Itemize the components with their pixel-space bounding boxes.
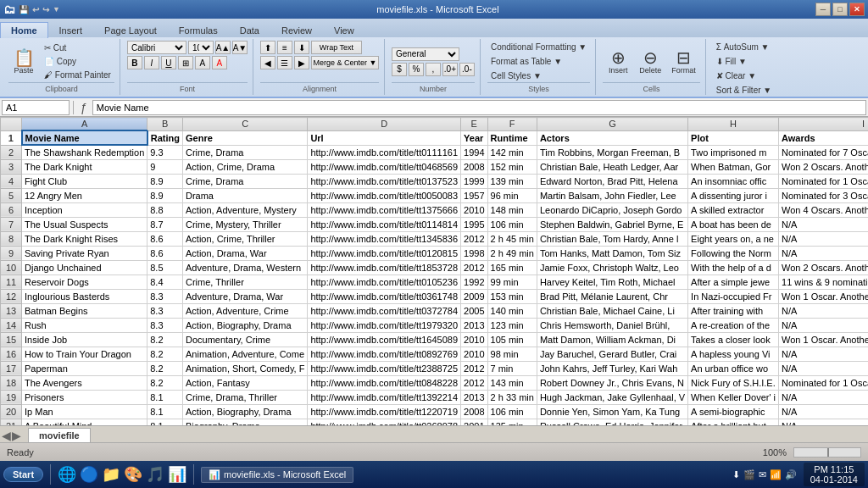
cell-F6[interactable]: 148 min <box>487 202 537 217</box>
col-header-c[interactable]: C <box>182 118 307 131</box>
cell-G19[interactable]: Hugh Jackman, Jake Gyllenhaal, V <box>537 390 687 404</box>
tab-review[interactable]: Review <box>270 22 323 38</box>
cell-F13[interactable]: 140 min <box>487 303 537 318</box>
bold-button[interactable]: B <box>127 56 142 69</box>
cell-D12[interactable]: http://www.imdb.com/title/tt0361748 <box>308 289 461 303</box>
cell-C11[interactable]: Crime, Thriller <box>182 274 307 289</box>
cell-G14[interactable]: Chris Hemsworth, Daniel Brühl, <box>537 318 687 332</box>
row-header-16[interactable]: 16 <box>1 347 22 361</box>
cell-B5[interactable]: 8.9 <box>147 188 183 202</box>
cell-E1[interactable]: Year <box>461 130 487 145</box>
cell-G11[interactable]: Harvey Keitel, Tim Roth, Michael <box>537 274 687 289</box>
border-button[interactable]: ⊞ <box>178 56 193 69</box>
cell-H10[interactable]: With the help of a d <box>688 260 779 274</box>
col-header-h[interactable]: H <box>688 118 779 131</box>
row-header-2[interactable]: 2 <box>1 145 22 159</box>
clear-button[interactable]: ✘ Clear ▼ <box>713 69 760 82</box>
cell-A8[interactable]: The Dark Knight Rises <box>22 231 147 246</box>
conditional-formatting-button[interactable]: Conditional Formatting ▼ <box>487 41 590 53</box>
row-header-20[interactable]: 20 <box>1 404 22 419</box>
row-header-15[interactable]: 15 <box>1 332 22 347</box>
row-header-19[interactable]: 19 <box>1 390 22 404</box>
cell-G18[interactable]: Robert Downey Jr., Chris Evans, N <box>537 375 687 390</box>
cell-A16[interactable]: How to Train Your Dragon <box>22 347 147 361</box>
function-button[interactable]: ƒ <box>77 101 91 114</box>
cell-E5[interactable]: 1957 <box>461 188 487 202</box>
align-center-button[interactable]: ☰ <box>277 56 292 69</box>
cell-G3[interactable]: Christian Bale, Heath Ledger, Aar <box>537 159 687 174</box>
cell-I16[interactable]: N/A <box>779 347 868 361</box>
cell-I2[interactable]: Nominated for 7 Oscars. Another 15 wins … <box>779 145 868 159</box>
cell-A5[interactable]: 12 Angry Men <box>22 188 147 202</box>
cell-D19[interactable]: http://www.imdb.com/title/tt1392214 <box>308 390 461 404</box>
cell-H5[interactable]: A dissenting juror i <box>688 188 779 202</box>
align-top-button[interactable]: ⬆ <box>260 41 275 54</box>
cell-B11[interactable]: 8.4 <box>147 274 183 289</box>
percent-button[interactable]: % <box>409 63 424 76</box>
cell-H17[interactable]: An urban office wo <box>688 361 779 375</box>
col-header-f[interactable]: F <box>487 118 537 131</box>
cell-A12[interactable]: Inglourious Basterds <box>22 289 147 303</box>
row-header-14[interactable]: 14 <box>1 318 22 332</box>
cell-D1[interactable]: Url <box>308 130 461 145</box>
cell-B14[interactable]: 8.3 <box>147 318 183 332</box>
cell-D5[interactable]: http://www.imdb.com/title/tt0050083 <box>308 188 461 202</box>
cell-A18[interactable]: The Avengers <box>22 375 147 390</box>
cell-I11[interactable]: 11 wins & 9 nominations. <box>779 274 868 289</box>
cell-E14[interactable]: 2013 <box>461 318 487 332</box>
cell-E20[interactable]: 2008 <box>461 404 487 419</box>
cell-C1[interactable]: Genre <box>182 130 307 145</box>
row-header-21[interactable]: 21 <box>1 419 22 425</box>
cell-F20[interactable]: 106 min <box>487 404 537 419</box>
tab-insert[interactable]: Insert <box>48 22 94 38</box>
cell-I5[interactable]: Nominated for 3 Oscars. Another 16 wins … <box>779 188 868 202</box>
tray-downloads-icon[interactable]: ⬇ <box>732 469 740 480</box>
increase-decimal-button[interactable]: .0+ <box>442 63 458 76</box>
maximize-button[interactable]: □ <box>832 3 848 16</box>
name-box[interactable]: A1 <box>2 100 70 115</box>
cell-F3[interactable]: 152 min <box>487 159 537 174</box>
cell-G20[interactable]: Donnie Yen, Simon Yam, Ka Tung <box>537 404 687 419</box>
cell-E13[interactable]: 2005 <box>461 303 487 318</box>
quick-access-save[interactable]: 💾 <box>19 5 29 14</box>
cell-C6[interactable]: Action, Adventure, Mystery <box>182 202 307 217</box>
taskbar-media-icon[interactable]: 🎵 <box>146 465 164 484</box>
cell-I1[interactable]: Awards <box>779 130 868 145</box>
paste-button[interactable]: 📋 Paste <box>8 42 39 82</box>
cell-I17[interactable]: N/A <box>779 361 868 375</box>
sort-filter-button[interactable]: Sort & Filter ▼ <box>713 84 775 97</box>
cell-A6[interactable]: Inception <box>22 202 147 217</box>
cell-E19[interactable]: 2013 <box>461 390 487 404</box>
cell-B7[interactable]: 8.7 <box>147 217 183 231</box>
row-header-9[interactable]: 9 <box>1 246 22 260</box>
tab-page-layout[interactable]: Page Layout <box>93 22 168 38</box>
cell-E8[interactable]: 2012 <box>461 231 487 246</box>
cell-B8[interactable]: 8.6 <box>147 231 183 246</box>
cell-E4[interactable]: 1999 <box>461 174 487 188</box>
fill-button[interactable]: ⬇ Fill ▼ <box>713 55 750 68</box>
cell-E6[interactable]: 2010 <box>461 202 487 217</box>
cell-B1[interactable]: Rating <box>147 130 183 145</box>
number-format-select[interactable]: General <box>392 47 459 61</box>
tray-movies-icon[interactable]: 🎬 <box>743 469 755 480</box>
cell-D14[interactable]: http://www.imdb.com/title/tt1979320 <box>308 318 461 332</box>
cell-H18[interactable]: Nick Fury of S.H.I.E. <box>688 375 779 390</box>
decrease-decimal-button[interactable]: .0- <box>459 63 475 76</box>
cell-F10[interactable]: 165 min <box>487 260 537 274</box>
cell-C2[interactable]: Crime, Drama <box>182 145 307 159</box>
quick-access-dropdown[interactable]: ▼ <box>53 5 60 14</box>
cell-D8[interactable]: http://www.imdb.com/title/tt1345836 <box>308 231 461 246</box>
cell-B6[interactable]: 8.8 <box>147 202 183 217</box>
cell-C20[interactable]: Action, Biography, Drama <box>182 404 307 419</box>
insert-cells-button[interactable]: ⊕ Insert <box>603 42 633 82</box>
cell-B3[interactable]: 9 <box>147 159 183 174</box>
cell-A20[interactable]: Ip Man <box>22 404 147 419</box>
cell-D10[interactable]: http://www.imdb.com/title/tt1853728 <box>308 260 461 274</box>
col-header-g[interactable]: G <box>537 118 687 131</box>
cell-H2[interactable]: Two imprisoned m <box>688 145 779 159</box>
cell-A7[interactable]: The Usual Suspects <box>22 217 147 231</box>
cell-A19[interactable]: Prisoners <box>22 390 147 404</box>
cell-E12[interactable]: 2009 <box>461 289 487 303</box>
row-header-8[interactable]: 8 <box>1 231 22 246</box>
autosum-button[interactable]: Σ AutoSum ▼ <box>713 41 773 53</box>
